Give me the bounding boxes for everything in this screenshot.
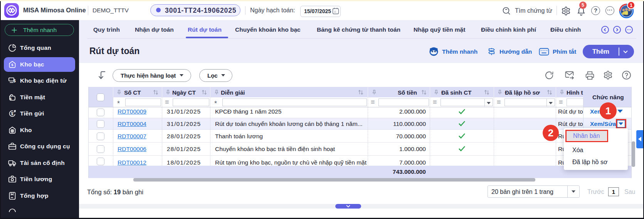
svg-text:$: $ — [10, 97, 12, 100]
svg-text:$: $ — [11, 62, 13, 66]
svg-text:$: $ — [13, 78, 15, 83]
